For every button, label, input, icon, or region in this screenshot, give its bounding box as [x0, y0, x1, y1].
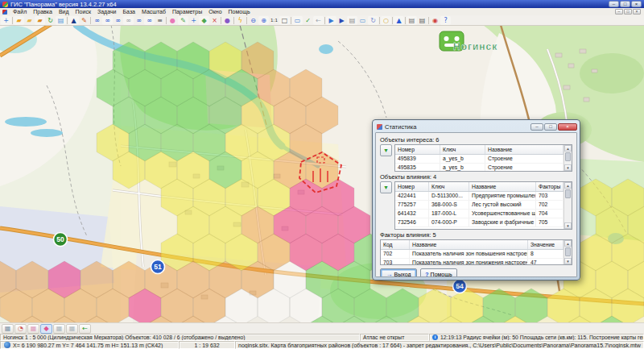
palette-button[interactable]: ◉	[430, 16, 440, 25]
menu-window[interactable]: Окно	[205, 9, 225, 15]
help-question-icon: ?	[425, 272, 428, 277]
close-button[interactable]: ×	[631, 1, 642, 7]
interest-objects-table: НомерКлючНазвание495839a_yes_bСтроение49…	[394, 144, 572, 172]
find-by-name-button[interactable]: ∞	[113, 16, 123, 25]
refresh-view-button[interactable]: ↻	[368, 16, 378, 25]
exit-task-button[interactable]: ←	[79, 324, 91, 334]
influence-factors-label: Факторы влияния: 5	[380, 231, 572, 239]
menu-edit[interactable]: Правка	[30, 9, 56, 15]
menu-search[interactable]: Поиск	[72, 9, 94, 15]
road-badge-54: 54	[453, 280, 467, 293]
hex-map-button[interactable]: ◆	[40, 324, 52, 334]
dialog-minimize-button[interactable]: –	[530, 123, 543, 131]
find-area-button[interactable]: ∞	[134, 16, 144, 25]
help-pointer-button[interactable]: ?	[440, 16, 451, 25]
mdi-close-button[interactable]: ×	[633, 9, 641, 15]
maximize-button[interactable]: □	[620, 1, 630, 7]
show-influence-on-map-button[interactable]: ▼	[380, 181, 392, 193]
pie-chart-button[interactable]: ◔	[14, 324, 27, 334]
menu-help[interactable]: Помощь	[225, 9, 254, 15]
print-setup-button[interactable]: ▤	[417, 16, 427, 25]
table-row[interactable]: 495835a_yes_bСтроение	[395, 164, 564, 171]
table-scrollbar[interactable]: ▲▼	[564, 240, 572, 264]
dialog-maximize-button[interactable]: □	[544, 123, 557, 131]
show-interest-on-map-button[interactable]: ▼	[380, 144, 392, 156]
menu-database[interactable]: База	[119, 9, 138, 15]
select-point-button[interactable]: ●	[167, 16, 178, 25]
coordinates-panel: X= 6 190 980.27 m Y= 7 464 141.75 m H= 1…	[0, 341, 179, 349]
print-button[interactable]: ▤	[407, 16, 417, 25]
route-button[interactable]: ○	[381, 16, 391, 25]
menu-view[interactable]: Вид	[56, 9, 72, 15]
map-passport-button[interactable]: ▤	[56, 16, 66, 25]
mdi-minimize-button[interactable]: –	[615, 9, 623, 15]
window-title: ГИС "Панорама" версия 13.4.2.27 x64	[10, 1, 117, 8]
highlight-button[interactable]: ✎	[79, 16, 89, 25]
zoom-out-button[interactable]: ⊖	[248, 16, 258, 25]
find-disabled-button[interactable]: ∞	[123, 16, 134, 25]
toolbar-separator	[405, 17, 406, 24]
pointer-button[interactable]: ▲	[394, 16, 404, 25]
run-task-button[interactable]: ϟ	[235, 16, 246, 25]
map-info-panel: Ногинск 1 : 5 000 (Цилиндрическая Меркат…	[0, 334, 360, 341]
find-object-button[interactable]: ∞	[102, 16, 113, 25]
toolbar-separator	[428, 17, 429, 24]
toolbar-separator	[291, 17, 291, 24]
table-scrollbar[interactable]: ▲▼	[564, 182, 572, 229]
mdi-maximize-button[interactable]: □	[624, 9, 632, 15]
select-clear-button[interactable]: ×	[209, 16, 220, 25]
table-row[interactable]: 641432187-000-LУсовершенствованные шоссе…	[395, 210, 564, 218]
scale-1-1-button[interactable]: 1:1	[269, 16, 279, 25]
table-scrollbar[interactable]: ▲▼	[564, 145, 572, 171]
back-button[interactable]: ←	[313, 16, 324, 25]
table-row[interactable]: 732546074-000-PЗаводские и фабричные тру…	[395, 218, 564, 227]
table-row[interactable]: 702Показатель наличия зон повышения наст…	[381, 250, 564, 259]
open-database-button[interactable]: ▰	[35, 16, 45, 25]
zoom-in-button[interactable]: ⊕	[258, 16, 269, 25]
menu-file[interactable]: Файл	[10, 9, 30, 15]
exit-button[interactable]: → Выход	[380, 268, 417, 277]
zones-map-button[interactable]: ▦	[27, 324, 39, 334]
select-map-frame-button[interactable]: ▶	[336, 16, 347, 25]
menu-options[interactable]: Параметры	[169, 9, 205, 15]
toolbar-separator	[90, 17, 91, 24]
object-card-button[interactable]: ▤	[347, 16, 357, 25]
dialog-titlebar[interactable]: Статистика –□×	[373, 120, 580, 132]
confirm-button[interactable]: ✓	[303, 16, 313, 25]
select-map-window-button[interactable]: ▶	[326, 16, 336, 25]
info-icon: i	[432, 334, 438, 340]
open-map-button[interactable]: ▰	[14, 16, 24, 25]
object-list-button[interactable]: ≡	[155, 16, 165, 25]
document-path-panel: noginsk.sitx. Карта благоприятных районо…	[235, 341, 644, 349]
minimize-button[interactable]: –	[609, 1, 619, 7]
find-selected-button[interactable]: ∞	[144, 16, 155, 25]
toolbar-separator	[166, 17, 167, 24]
table-row[interactable]: 703Показатель наличия зон понижения наст…	[381, 259, 564, 264]
education-mode-button[interactable]: ▲	[68, 16, 79, 25]
table-row[interactable]: 495839a_yes_bСтроение	[395, 155, 564, 164]
menu-scale[interactable]: Масштаб	[138, 9, 169, 15]
table-row[interactable]: 775257368-000-SЛес густой высокий702	[395, 201, 564, 210]
map-view-settings-button[interactable]: ▦	[2, 324, 14, 334]
dialog-close-button[interactable]: ×	[558, 123, 577, 131]
scale-indicator[interactable]: 1 : 19 632	[179, 341, 235, 349]
statusbar-top: Ногинск 1 : 5 000 (Цилиндрическая Меркат…	[0, 334, 644, 341]
view-settings-button[interactable]: ▭	[292, 16, 303, 25]
new-map-button[interactable]: +	[1, 16, 11, 25]
select-line-button[interactable]: ✎	[178, 16, 188, 25]
map-layer-2-button[interactable]: ▦	[66, 324, 78, 334]
table-row[interactable]: 422441D-5113000...Предприятие промышленн…	[395, 192, 564, 201]
select-object-button[interactable]: ◆	[199, 16, 209, 25]
fit-frame-button[interactable]: □	[279, 16, 290, 25]
message-button[interactable]: ▭	[357, 16, 368, 25]
open-site-button[interactable]: ▰	[24, 16, 35, 25]
find-button[interactable]: ∞	[92, 16, 102, 25]
toolbar-separator	[12, 17, 13, 24]
map-layer-1-button[interactable]: ▦	[53, 324, 65, 334]
help-button[interactable]: ? Помощь	[420, 268, 457, 277]
select-add-button[interactable]: +	[188, 16, 199, 25]
refresh-map-button[interactable]: ↻	[45, 16, 56, 25]
dialog-icon	[377, 124, 382, 130]
layers-button[interactable]: ●	[222, 16, 233, 25]
menu-tasks[interactable]: Задачи	[94, 9, 120, 15]
